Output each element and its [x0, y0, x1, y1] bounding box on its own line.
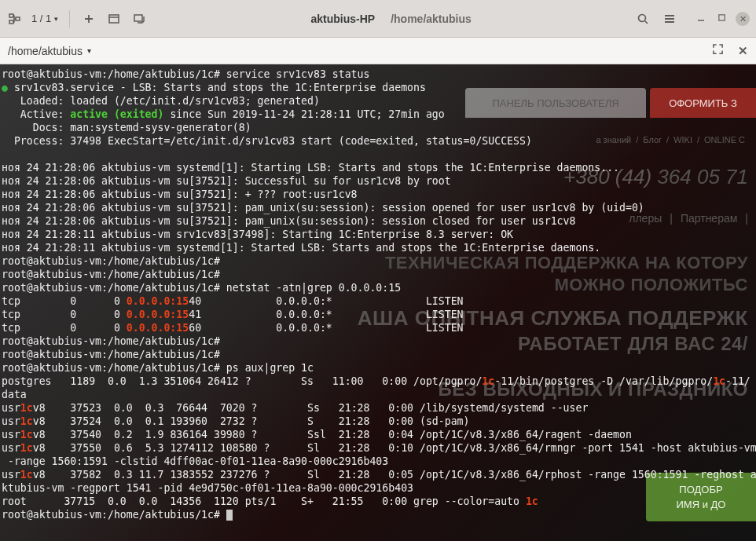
broadcast-icon[interactable]	[131, 11, 147, 27]
fullscreen-icon[interactable]	[712, 43, 724, 58]
pathbar-text: /home/aktubius	[8, 45, 83, 57]
maximize-button[interactable]	[715, 12, 728, 24]
svg-rect-6	[718, 15, 724, 20]
svg-rect-0	[9, 14, 13, 17]
svg-point-5	[639, 14, 646, 21]
svg-rect-1	[9, 20, 13, 24]
close-tab-icon[interactable]: ✕	[738, 44, 748, 58]
titlebar-left: 1 / 1 ▾	[6, 10, 147, 27]
pathbar-path[interactable]: /home/aktubius ▾	[8, 45, 91, 57]
new-tab-button[interactable]	[81, 11, 97, 27]
svg-rect-4	[134, 15, 142, 21]
separator	[69, 10, 70, 27]
hamburger-menu-icon[interactable]	[662, 11, 677, 27]
pathbar: /home/aktubius ▾ ✕	[0, 38, 756, 64]
minimize-button[interactable]	[695, 12, 707, 24]
chevron-down-icon[interactable]: ▾	[87, 46, 91, 55]
search-icon[interactable]	[635, 11, 651, 27]
chevron-down-icon[interactable]: ▾	[54, 15, 58, 23]
terminal-cursor	[226, 510, 233, 521]
terminal-output: root@aktubius-vm:/home/aktubius/1c# serv…	[0, 64, 756, 525]
svg-rect-3	[109, 15, 119, 23]
close-button[interactable]: ✕	[736, 12, 750, 26]
window-app-title: aktubius-HP	[310, 13, 375, 25]
titlebar-right: ✕	[635, 11, 750, 27]
window-titlebar: 1 / 1 ▾ aktubius-HP /home/aktubius	[0, 0, 756, 38]
new-window-icon[interactable]	[106, 11, 122, 27]
terminal-pane[interactable]: ПАНЕЛЬ ПОЛЬЗОВАТЕЛЯ ОФОРМИТЬ З а знаний/…	[0, 64, 756, 541]
window-path-title: /home/aktubius	[391, 13, 472, 25]
session-tree-icon[interactable]	[6, 11, 22, 27]
svg-rect-2	[16, 17, 20, 20]
tab-counter-text: 1 / 1	[31, 13, 51, 24]
window-controls: ✕	[695, 12, 750, 26]
tab-counter: 1 / 1 ▾	[31, 13, 58, 24]
